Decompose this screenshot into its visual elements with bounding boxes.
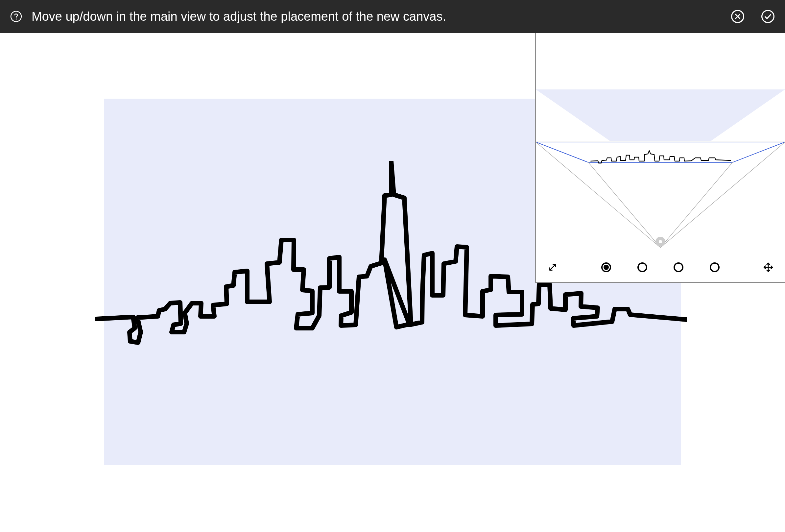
view-mode-radios (601, 262, 719, 272)
svg-line-12 (660, 162, 732, 248)
confirm-button[interactable] (761, 9, 775, 24)
view-mode-1[interactable] (601, 262, 611, 272)
perspective-grid (536, 33, 785, 253)
svg-point-0 (11, 11, 21, 22)
view-mode-2[interactable] (637, 262, 647, 272)
camera-indicator (656, 237, 665, 247)
svg-line-7 (536, 142, 588, 162)
perspective-preview[interactable] (536, 33, 785, 253)
main-canvas-area[interactable] (0, 33, 785, 532)
svg-point-1 (16, 19, 17, 19)
svg-point-3 (762, 10, 774, 23)
svg-line-8 (732, 142, 785, 162)
instruction-text: Move up/down in the main view to adjust … (31, 9, 715, 24)
view-mode-4[interactable] (710, 262, 719, 272)
expand-icon[interactable] (546, 260, 559, 274)
perspective-controls (536, 253, 785, 282)
top-instruction-bar: Move up/down in the main view to adjust … (0, 0, 785, 33)
move-icon[interactable] (761, 260, 775, 274)
cancel-button[interactable] (730, 9, 745, 24)
perspective-panel (535, 33, 785, 283)
svg-line-11 (588, 162, 660, 248)
preview-skyline-thumb (590, 150, 731, 166)
view-mode-3[interactable] (674, 262, 683, 272)
help-icon[interactable] (10, 10, 22, 23)
